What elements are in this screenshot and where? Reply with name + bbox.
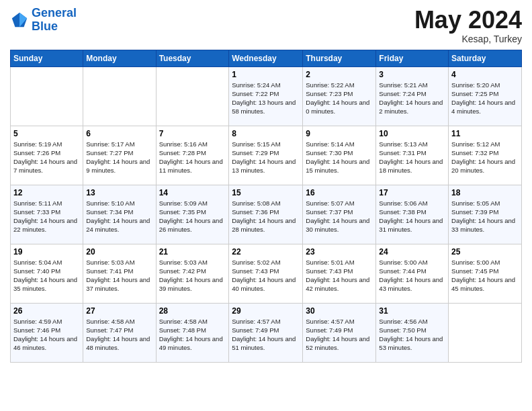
calendar-cell: 28Sunrise: 4:58 AM Sunset: 7:48 PM Dayli… [156, 303, 229, 362]
calendar-cell: 20Sunrise: 5:03 AM Sunset: 7:41 PM Dayli… [83, 244, 156, 303]
day-number: 5 [13, 129, 80, 138]
calendar-cell [449, 303, 522, 362]
day-number: 25 [451, 247, 519, 257]
calendar-cell [156, 66, 229, 126]
cell-info: Sunrise: 5:04 AM Sunset: 7:40 PM Dayligh… [13, 258, 80, 293]
cell-info: Sunrise: 4:57 AM Sunset: 7:49 PM Dayligh… [306, 317, 373, 353]
day-number: 26 [13, 306, 80, 316]
calendar-week-2: 5Sunrise: 5:19 AM Sunset: 7:26 PM Daylig… [11, 126, 522, 185]
calendar-cell: 27Sunrise: 4:58 AM Sunset: 7:47 PM Dayli… [83, 303, 156, 362]
calendar-week-4: 19Sunrise: 5:04 AM Sunset: 7:40 PM Dayli… [11, 244, 522, 303]
calendar-week-1: 1Sunrise: 5:24 AM Sunset: 7:22 PM Daylig… [11, 66, 522, 126]
day-number: 12 [13, 188, 80, 197]
col-thursday: Thursday [303, 50, 376, 66]
cell-info: Sunrise: 5:00 AM Sunset: 7:45 PM Dayligh… [451, 258, 519, 293]
day-number: 4 [451, 70, 519, 79]
calendar-cell: 29Sunrise: 4:57 AM Sunset: 7:49 PM Dayli… [229, 303, 303, 362]
cell-info: Sunrise: 5:09 AM Sunset: 7:35 PM Dayligh… [159, 199, 226, 234]
calendar-cell [11, 66, 83, 126]
day-number: 28 [159, 306, 226, 316]
col-saturday: Saturday [449, 50, 522, 66]
calendar-cell: 26Sunrise: 4:59 AM Sunset: 7:46 PM Dayli… [11, 303, 83, 362]
cell-info: Sunrise: 5:20 AM Sunset: 7:25 PM Dayligh… [451, 81, 519, 116]
col-friday: Friday [376, 50, 449, 66]
calendar-cell: 10Sunrise: 5:13 AM Sunset: 7:31 PM Dayli… [376, 126, 449, 185]
calendar-cell: 15Sunrise: 5:08 AM Sunset: 7:36 PM Dayli… [229, 185, 303, 244]
calendar-cell: 13Sunrise: 5:10 AM Sunset: 7:34 PM Dayli… [83, 185, 156, 244]
day-number: 22 [232, 247, 300, 257]
cell-info: Sunrise: 4:57 AM Sunset: 7:49 PM Dayligh… [232, 317, 300, 353]
day-number: 24 [379, 247, 445, 257]
cell-info: Sunrise: 5:24 AM Sunset: 7:22 PM Dayligh… [232, 81, 300, 116]
day-number: 3 [379, 70, 445, 79]
cell-info: Sunrise: 5:03 AM Sunset: 7:41 PM Dayligh… [86, 258, 152, 293]
day-number: 20 [86, 247, 152, 257]
title-block: May 2024 Kesap, Turkey [414, 7, 522, 44]
cell-info: Sunrise: 4:56 AM Sunset: 7:50 PM Dayligh… [379, 317, 445, 353]
cell-info: Sunrise: 4:59 AM Sunset: 7:46 PM Dayligh… [13, 317, 80, 353]
day-number: 21 [159, 247, 226, 257]
cell-info: Sunrise: 5:06 AM Sunset: 7:38 PM Dayligh… [379, 199, 445, 234]
calendar-cell: 22Sunrise: 5:02 AM Sunset: 7:43 PM Dayli… [229, 244, 303, 303]
calendar-cell: 24Sunrise: 5:00 AM Sunset: 7:44 PM Dayli… [376, 244, 449, 303]
calendar-cell: 5Sunrise: 5:19 AM Sunset: 7:26 PM Daylig… [11, 126, 83, 185]
header: General Blue May 2024 Kesap, Turkey [10, 7, 522, 44]
cell-info: Sunrise: 5:07 AM Sunset: 7:37 PM Dayligh… [306, 199, 373, 234]
calendar-week-5: 26Sunrise: 4:59 AM Sunset: 7:46 PM Dayli… [11, 303, 522, 362]
day-number: 2 [306, 70, 373, 79]
cell-info: Sunrise: 5:16 AM Sunset: 7:28 PM Dayligh… [159, 140, 226, 175]
day-number: 14 [159, 188, 226, 197]
cell-info: Sunrise: 5:21 AM Sunset: 7:24 PM Dayligh… [379, 81, 445, 116]
calendar-cell: 18Sunrise: 5:05 AM Sunset: 7:39 PM Dayli… [449, 185, 522, 244]
cell-info: Sunrise: 5:12 AM Sunset: 7:32 PM Dayligh… [451, 140, 519, 175]
calendar-week-3: 12Sunrise: 5:11 AM Sunset: 7:33 PM Dayli… [11, 185, 522, 244]
day-number: 11 [451, 129, 519, 138]
page-container: General Blue May 2024 Kesap, Turkey Sund… [0, 0, 532, 373]
cell-info: Sunrise: 5:05 AM Sunset: 7:39 PM Dayligh… [451, 199, 519, 234]
calendar-cell: 3Sunrise: 5:21 AM Sunset: 7:24 PM Daylig… [376, 66, 449, 126]
cell-info: Sunrise: 5:03 AM Sunset: 7:42 PM Dayligh… [159, 258, 226, 293]
logo: General Blue [10, 7, 77, 34]
day-number: 8 [232, 129, 300, 138]
calendar-cell: 4Sunrise: 5:20 AM Sunset: 7:25 PM Daylig… [449, 66, 522, 126]
calendar-cell: 17Sunrise: 5:06 AM Sunset: 7:38 PM Dayli… [376, 185, 449, 244]
calendar-cell: 7Sunrise: 5:16 AM Sunset: 7:28 PM Daylig… [156, 126, 229, 185]
day-number: 9 [306, 129, 373, 138]
day-number: 1 [232, 70, 300, 79]
cell-info: Sunrise: 5:10 AM Sunset: 7:34 PM Dayligh… [86, 199, 152, 234]
col-sunday: Sunday [11, 50, 83, 66]
cell-info: Sunrise: 5:08 AM Sunset: 7:36 PM Dayligh… [232, 199, 300, 234]
day-number: 17 [379, 188, 445, 197]
calendar-cell: 9Sunrise: 5:14 AM Sunset: 7:30 PM Daylig… [303, 126, 376, 185]
day-number: 6 [86, 129, 152, 138]
cell-info: Sunrise: 5:15 AM Sunset: 7:29 PM Dayligh… [232, 140, 300, 175]
day-number: 23 [306, 247, 373, 257]
header-row: Sunday Monday Tuesday Wednesday Thursday… [11, 50, 522, 66]
day-number: 7 [159, 129, 226, 138]
cell-info: Sunrise: 5:14 AM Sunset: 7:30 PM Dayligh… [306, 140, 373, 175]
cell-info: Sunrise: 5:01 AM Sunset: 7:43 PM Dayligh… [306, 258, 373, 293]
day-number: 16 [306, 188, 373, 197]
day-number: 13 [86, 188, 152, 197]
calendar-cell: 2Sunrise: 5:22 AM Sunset: 7:23 PM Daylig… [303, 66, 376, 126]
calendar-cell: 30Sunrise: 4:57 AM Sunset: 7:49 PM Dayli… [303, 303, 376, 362]
calendar-cell: 6Sunrise: 5:17 AM Sunset: 7:27 PM Daylig… [83, 126, 156, 185]
cell-info: Sunrise: 5:11 AM Sunset: 7:33 PM Dayligh… [13, 199, 80, 234]
cell-info: Sunrise: 5:00 AM Sunset: 7:44 PM Dayligh… [379, 258, 445, 293]
calendar-cell: 14Sunrise: 5:09 AM Sunset: 7:35 PM Dayli… [156, 185, 229, 244]
col-monday: Monday [83, 50, 156, 66]
cell-info: Sunrise: 4:58 AM Sunset: 7:48 PM Dayligh… [159, 317, 226, 353]
calendar-cell: 8Sunrise: 5:15 AM Sunset: 7:29 PM Daylig… [229, 126, 303, 185]
calendar-table: Sunday Monday Tuesday Wednesday Thursday… [10, 50, 522, 363]
calendar-cell: 12Sunrise: 5:11 AM Sunset: 7:33 PM Dayli… [11, 185, 83, 244]
calendar-cell [83, 66, 156, 126]
calendar-cell: 16Sunrise: 5:07 AM Sunset: 7:37 PM Dayli… [303, 185, 376, 244]
day-number: 27 [86, 306, 152, 316]
calendar-cell: 11Sunrise: 5:12 AM Sunset: 7:32 PM Dayli… [449, 126, 522, 185]
cell-info: Sunrise: 5:17 AM Sunset: 7:27 PM Dayligh… [86, 140, 152, 175]
day-number: 15 [232, 188, 300, 197]
calendar-cell: 21Sunrise: 5:03 AM Sunset: 7:42 PM Dayli… [156, 244, 229, 303]
logo-icon [10, 11, 29, 30]
day-number: 18 [451, 188, 519, 197]
calendar-cell: 23Sunrise: 5:01 AM Sunset: 7:43 PM Dayli… [303, 244, 376, 303]
